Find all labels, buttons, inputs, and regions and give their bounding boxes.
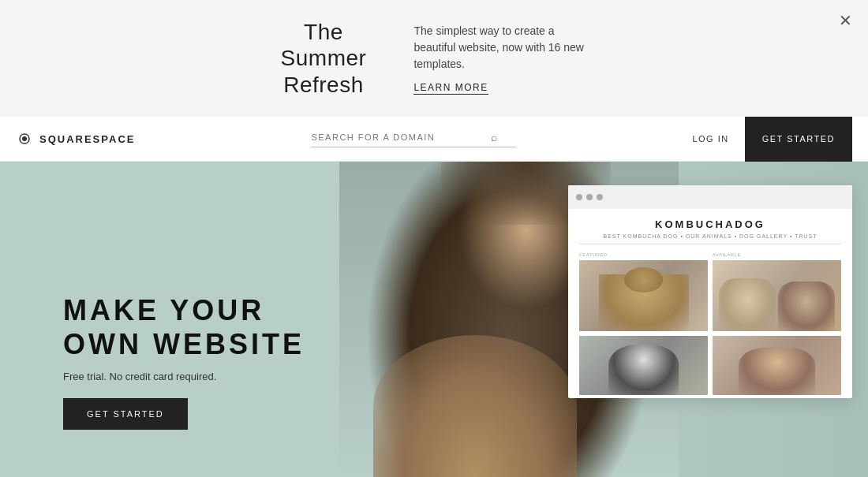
log-in-button[interactable]: LOG IN	[692, 134, 728, 143]
card-dog-image-1	[579, 260, 708, 331]
window-dot-2	[586, 194, 593, 200]
hero-subline: Free trial. No credit card required.	[63, 371, 305, 382]
nav-right: LOG IN GET STARTED	[692, 117, 852, 162]
hero-content: MAKE YOUR OWN WEBSITE Free trial. No cre…	[63, 293, 305, 430]
card-section-labels: FEATURED AVAILABLE	[579, 252, 841, 257]
website-preview-card: KOMBUCHADOG Best Kombucha Dog • Our Anim…	[568, 185, 852, 398]
search-input[interactable]	[311, 132, 485, 142]
banner-text-block: The simplest way to create a beautiful w…	[413, 23, 587, 95]
card-tagline: Best Kombucha Dog • Our Animals • Dog Ga…	[579, 233, 841, 244]
promo-banner: TheSummerRefresh The simplest way to cre…	[0, 0, 868, 117]
brand-name: SQUARESPACE	[39, 133, 135, 145]
card-dog-image-2	[713, 260, 841, 331]
card-section-label-1: FEATURED	[579, 252, 708, 257]
logo-area: SQUARESPACE	[16, 130, 135, 147]
card-brand: KOMBUCHADOG	[579, 218, 841, 230]
hero-section: MAKE YOUR OWN WEBSITE Free trial. No cre…	[0, 162, 868, 477]
banner-description: The simplest way to create a beautiful w…	[413, 23, 587, 73]
search-icon[interactable]: ⌕	[491, 131, 497, 143]
banner-title: TheSummerRefresh	[281, 19, 367, 99]
headline-line1: MAKE YOUR	[63, 294, 264, 326]
headline-line2: OWN WEBSITE	[63, 328, 305, 360]
close-banner-button[interactable]: ✕	[839, 13, 852, 28]
window-dot-1	[576, 194, 582, 200]
card-section-label-2: AVAILABLE	[713, 252, 841, 257]
card-titlebar	[568, 185, 852, 209]
hero-headline: MAKE YOUR OWN WEBSITE	[63, 293, 305, 361]
navbar: SQUARESPACE ⌕ LOG IN GET STARTED	[0, 117, 868, 162]
search-area[interactable]: ⌕	[311, 131, 516, 147]
learn-more-link[interactable]: LEARN MORE	[413, 82, 488, 95]
window-dot-3	[597, 194, 603, 200]
card-dog-image-4	[713, 336, 841, 395]
card-body: KOMBUCHADOG Best Kombucha Dog • Our Anim…	[568, 209, 852, 398]
hero-cta-button[interactable]: GET STARTED	[63, 398, 188, 430]
banner-content: TheSummerRefresh The simplest way to cre…	[281, 19, 588, 99]
card-image-grid	[579, 260, 841, 395]
squarespace-logo-icon	[16, 130, 33, 147]
get-started-button[interactable]: GET STARTED	[745, 117, 852, 162]
card-dog-image-3	[579, 336, 708, 395]
